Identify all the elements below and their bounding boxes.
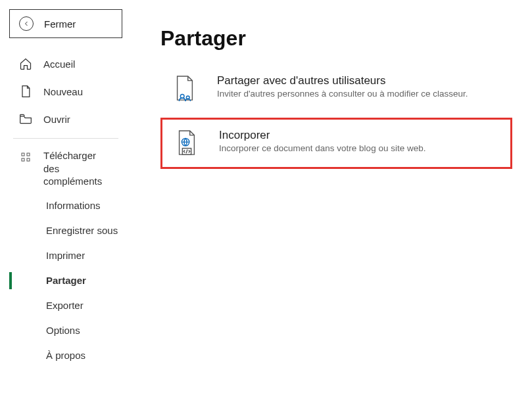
- sidebar-item-open[interactable]: Ouvrir: [9, 105, 122, 133]
- sidebar-item-options[interactable]: Options: [42, 318, 122, 343]
- sidebar-item-print[interactable]: Imprimer: [42, 243, 122, 268]
- divider: [13, 138, 118, 139]
- sidebar-item-info[interactable]: Informations: [42, 193, 122, 218]
- sidebar-item-label: Télécharger des compléments: [43, 149, 113, 188]
- svg-rect-1: [27, 153, 30, 156]
- sidebar-sublist: Informations Enregistrer sous Imprimer P…: [9, 193, 122, 368]
- grid-icon: [18, 149, 33, 164]
- sidebar-item-addins[interactable]: Télécharger des compléments: [9, 144, 122, 191]
- sidebar-item-label: Ouvrir: [43, 114, 70, 125]
- option-title: Incorporer: [219, 129, 425, 142]
- sidebar-item-home[interactable]: Accueil: [9, 50, 122, 78]
- sidebar-item-export[interactable]: Exporter: [42, 293, 122, 318]
- close-label: Fermer: [44, 18, 76, 30]
- option-title: Partager avec d'autres utilisateurs: [217, 74, 468, 87]
- back-arrow-icon: [19, 16, 34, 31]
- sidebar-item-label: Nouveau: [43, 86, 83, 97]
- sidebar-item-share[interactable]: Partager: [42, 268, 122, 293]
- share-users-icon: [171, 74, 199, 103]
- home-icon: [18, 57, 33, 71]
- option-share-users[interactable]: Partager avec d'autres utilisateurs Invi…: [160, 65, 512, 112]
- sidebar-item-new[interactable]: Nouveau: [9, 78, 122, 105]
- page-title: Partager: [160, 26, 512, 51]
- option-text: Partager avec d'autres utilisateurs Invi…: [217, 74, 468, 99]
- sidebar: Fermer Accueil Nouveau Ouvrir Télécharge…: [0, 0, 132, 399]
- sidebar-item-about[interactable]: À propos: [42, 343, 122, 368]
- svg-rect-3: [27, 158, 30, 161]
- option-embed[interactable]: Incorporer Incorporer ce document dans v…: [160, 118, 512, 169]
- main-content: Partager Partager avec d'autres utilisat…: [132, 0, 532, 399]
- svg-rect-0: [22, 153, 24, 156]
- svg-point-4: [180, 95, 184, 99]
- option-text: Incorporer Incorporer ce document dans v…: [219, 129, 425, 153]
- close-button[interactable]: Fermer: [9, 9, 122, 38]
- embed-icon: [173, 129, 201, 158]
- option-desc: Inviter d'autres personnes à consulter o…: [217, 89, 468, 99]
- folder-open-icon: [18, 112, 33, 126]
- svg-rect-2: [22, 158, 24, 161]
- sidebar-item-label: Accueil: [43, 59, 75, 70]
- sidebar-item-save-as[interactable]: Enregistrer sous: [42, 218, 122, 243]
- option-desc: Incorporer ce document dans votre blog o…: [219, 143, 425, 153]
- new-file-icon: [18, 84, 33, 99]
